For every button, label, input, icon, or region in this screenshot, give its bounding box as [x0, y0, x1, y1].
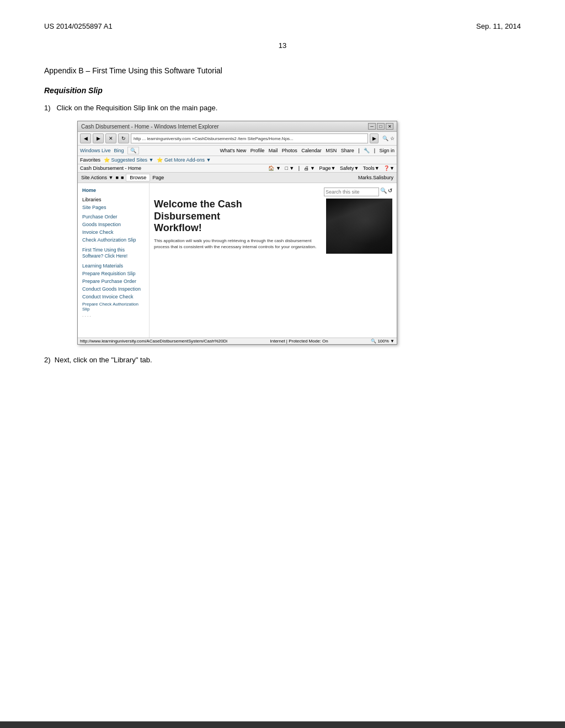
- welcome-title-line3: Workflow!: [154, 222, 202, 233]
- favorites-label: Favorites: [80, 157, 100, 163]
- sp-icon1: ■: [115, 175, 118, 180]
- main-content-area: 🔍 ↺ Welcome the Cash Disbursement Workfl…: [150, 183, 397, 338]
- footer-bar: [0, 721, 565, 728]
- address-bar[interactable]: http ... learninguniversity.com »CashDis…: [131, 133, 368, 143]
- close-button[interactable]: ✕: [386, 123, 393, 130]
- status-zone: Internet | Protected Mode: On: [270, 339, 328, 344]
- back-button[interactable]: ◀: [80, 133, 91, 143]
- welcome-photo: [326, 199, 392, 254]
- sidebar-item-conduct-invoice[interactable]: Conduct Invoice Check: [78, 293, 149, 301]
- sidebar-item-prepare-req[interactable]: Prepare Requisition Slip: [78, 270, 149, 277]
- sidebar-item-purchase-order[interactable]: Purchase Order: [78, 213, 149, 221]
- sidebar-section-libraries: Libraries: [78, 196, 149, 204]
- browser-status-bar: http://www.learninguniversity.com/ACaseD…: [78, 338, 397, 344]
- go-button[interactable]: ▶: [370, 133, 379, 143]
- welcome-section: Welcome the Cash Disbursement Workflow! …: [154, 199, 392, 254]
- status-url: http://www.learninguniversity.com/ACaseD…: [80, 339, 227, 344]
- welcome-text-block: Welcome the Cash Disbursement Workflow! …: [154, 199, 322, 254]
- suggested-sites-link[interactable]: ⭐ Suggested Sites ▼: [104, 157, 153, 163]
- minimize-button[interactable]: ─: [368, 123, 376, 130]
- favorites-bar: Favorites ⭐ Suggested Sites ▼ ⭐ Get More…: [78, 156, 397, 164]
- sidebar-item-first-time[interactable]: First Time Using this Software? Click He…: [78, 246, 149, 260]
- browser-command-icons: 🏠 ▼ □ ▼ | 🖨 ▼ Page▼ Safety▼ Tools▼ ❓▼: [268, 165, 395, 171]
- breadcrumb-text: Cash Disbursement - Home: [80, 165, 141, 171]
- appendix-title: Appendix B – First Time Using this Softw…: [44, 66, 521, 75]
- sidebar-item-home[interactable]: Home: [78, 186, 149, 194]
- address-text: http ... learninguniversity.com »CashDis…: [134, 136, 294, 141]
- instruction-2-text: Next, click on the "Library" tab.: [55, 356, 152, 364]
- welcome-title: Welcome the Cash Disbursement Workflow!: [154, 199, 322, 234]
- header: US 2014/0255897 A1 Sep. 11, 2014: [44, 22, 521, 30]
- instruction-1: 1) Click on the Requisition Slip link on…: [44, 104, 521, 112]
- refresh-button[interactable]: ↻: [118, 133, 129, 143]
- patent-date: Sep. 11, 2014: [476, 22, 521, 30]
- page-number: 13: [44, 41, 521, 50]
- sidebar-item-check-auth[interactable]: Check Authorization Slip: [78, 236, 149, 244]
- instruction-2: 2) Next, click on the "Library" tab.: [44, 356, 521, 364]
- browser-content: Home Libraries Site Pages Purchase Order…: [78, 183, 397, 338]
- breadcrumb-bar: Cash Disbursement - Home 🏠 ▼ □ ▼ | 🖨 ▼ P…: [78, 164, 397, 173]
- welcome-description: This application will walk you through r…: [154, 238, 322, 250]
- sidebar-item-invoice-check[interactable]: Invoice Check: [78, 228, 149, 236]
- browser-title: Cash Disbursement - Home - Windows Inter…: [81, 124, 219, 130]
- sharepoint-toolbar: Site Actions ▼ ■ ■ Browse Page Marks.Sal…: [78, 173, 397, 183]
- sharepoint-sidebar: Home Libraries Site Pages Purchase Order…: [78, 183, 150, 338]
- sidebar-item-prepare-check[interactable]: Prepare Check Authorization Slip: [78, 301, 149, 313]
- toolbar-icons: 🔍 ☆: [382, 136, 395, 141]
- instruction-1-number: 1): [44, 104, 51, 112]
- windows-live-link[interactable]: Windows Live: [80, 148, 111, 153]
- patent-number: US 2014/0255897 A1: [44, 22, 113, 30]
- bing-link[interactable]: Bing: [114, 148, 124, 153]
- welcome-title-line2: Disbursement: [154, 211, 220, 222]
- sidebar-libraries-label: Libraries: [82, 197, 145, 202]
- sidebar-item-prepare-po[interactable]: Prepare Purchase Order: [78, 277, 149, 285]
- sidebar-item-site-pages[interactable]: Site Pages: [78, 204, 149, 211]
- section-title: Requisition Slip: [44, 86, 521, 95]
- site-actions-button[interactable]: Site Actions ▼: [81, 175, 113, 180]
- search-input[interactable]: [324, 188, 379, 196]
- toolbar-right-items: What's New Profile Mail Photos Calendar …: [220, 148, 395, 153]
- stop-button[interactable]: ✕: [105, 133, 116, 143]
- user-name: Marks.Salisbury: [358, 175, 393, 180]
- sidebar-item-learning[interactable]: Learning Materials: [78, 262, 149, 270]
- welcome-image: [326, 199, 392, 254]
- search-bar-area: 🔍 ↺: [154, 188, 392, 196]
- browser-navbar: ◀ ▶ ✕ ↻ http ... learninguniversity.com …: [78, 132, 397, 146]
- browse-tab[interactable]: Browse: [126, 174, 150, 181]
- page-tab[interactable]: Page: [152, 175, 164, 180]
- browser-titlebar: Cash Disbursement - Home - Windows Inter…: [78, 121, 397, 132]
- forward-button[interactable]: ▶: [93, 133, 104, 143]
- sp-icon2: ■: [121, 175, 124, 180]
- search-box-toolbar[interactable]: 🔍: [127, 147, 139, 154]
- search-extra-btn[interactable]: ↺: [388, 188, 392, 196]
- instruction-1-text: Click on the Requisition Slip link on th…: [56, 104, 217, 112]
- search-button[interactable]: 🔍: [380, 188, 387, 196]
- window-controls: ─ □ ✕: [368, 123, 393, 130]
- welcome-title-line1: Welcome the Cash: [154, 199, 242, 210]
- sidebar-item-conduct-goods[interactable]: Conduct Goods Inspection: [78, 285, 149, 293]
- instruction-2-number: 2): [44, 356, 51, 364]
- restore-button[interactable]: □: [377, 123, 385, 130]
- sidebar-item-dots: · · · ·: [78, 313, 149, 320]
- sidebar-item-goods-inspection[interactable]: Goods Inspection: [78, 221, 149, 228]
- browser-screenshot: Cash Disbursement - Home - Windows Inter…: [77, 121, 397, 345]
- get-more-addons-link[interactable]: ⭐ Get More Add-ons ▼: [157, 157, 211, 163]
- ie-toolbar: Windows Live Bing 🔍 What's New Profile M…: [78, 146, 397, 156]
- status-zoom: 🔍 100% ▼: [371, 339, 395, 344]
- page-container: US 2014/0255897 A1 Sep. 11, 2014 13 Appe…: [0, 0, 565, 386]
